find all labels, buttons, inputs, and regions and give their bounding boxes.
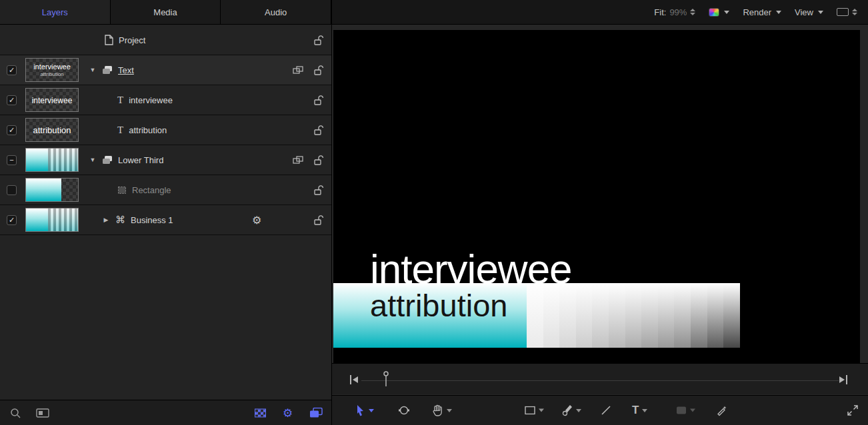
disclosure-triangle[interactable]: ▼: [89, 157, 97, 163]
banner-bar: [723, 283, 740, 348]
text-layer-icon: T: [117, 95, 123, 106]
layer-thumbnail: interviewee: [25, 88, 79, 112]
panel-tabbar: Layers Media Audio: [0, 0, 331, 25]
overlap-badge-icon[interactable]: [293, 156, 303, 164]
lock-icon[interactable]: [313, 35, 323, 45]
layer-thumbnail: [25, 178, 79, 202]
layer-row-text-group[interactable]: ✓ interviewee attribution ▼ Text: [0, 55, 331, 85]
canvas-frame[interactable]: interviewee attribution: [333, 30, 860, 363]
activate-checkbox[interactable]: ✓: [7, 215, 17, 225]
paint-stroke-tool[interactable]: [562, 404, 581, 416]
pan-hand-tool[interactable]: [432, 404, 452, 416]
layer-name[interactable]: Business 1: [131, 215, 173, 225]
transparency-checker-icon[interactable]: [255, 408, 266, 417]
rectangle-tool[interactable]: [525, 406, 544, 415]
activate-checkbox[interactable]: ✓: [7, 65, 17, 75]
canvas-toolbar: T: [332, 395, 868, 425]
lower-third-banner[interactable]: attribution: [333, 283, 740, 348]
lock-icon[interactable]: [313, 95, 323, 105]
disclosure-triangle[interactable]: ▼: [89, 67, 97, 73]
thumb-text: interviewee: [26, 63, 78, 71]
display-stepper[interactable]: [852, 9, 857, 15]
layer-name[interactable]: attribution: [129, 125, 167, 135]
layer-row-lower-third[interactable]: − ▼ Lower Third: [0, 145, 331, 175]
lock-icon[interactable]: [313, 155, 323, 165]
thumb-text: attribution: [26, 125, 78, 135]
check-icon: ✓: [9, 126, 15, 134]
banner-bar: [592, 283, 609, 348]
banner-bar: [527, 283, 543, 348]
tab-media[interactable]: Media: [111, 0, 221, 24]
layer-row-attribution[interactable]: ✓ attribution T attribution: [0, 115, 331, 145]
canvas-text-attribution[interactable]: attribution: [370, 290, 507, 321]
bezier-icon: [398, 404, 410, 416]
render-menu[interactable]: Render: [743, 7, 781, 17]
playhead-marker[interactable]: [383, 371, 389, 387]
banner-bar: [691, 283, 707, 348]
rectangle-shape-icon: [117, 186, 127, 195]
check-icon: ✓: [9, 96, 15, 104]
lock-icon[interactable]: [313, 214, 323, 225]
settings-gear-icon[interactable]: ⚙: [252, 214, 261, 226]
select-tool[interactable]: [355, 404, 374, 416]
banner-bar: [576, 283, 593, 348]
view-menu[interactable]: View: [795, 7, 823, 17]
disclosure-triangle[interactable]: ▶: [102, 216, 110, 223]
banner-bar: [609, 283, 625, 348]
banner-bar: [674, 283, 691, 348]
in-point-marker[interactable]: [349, 374, 359, 385]
layer-name[interactable]: Lower Third: [118, 155, 163, 165]
adjust-glyph-tool[interactable]: [716, 405, 727, 416]
out-point-marker[interactable]: [839, 374, 848, 385]
banner-bar: [707, 283, 724, 348]
display-control[interactable]: [837, 8, 857, 16]
filter-gear-icon[interactable]: ⚙: [283, 406, 293, 420]
check-icon: ✓: [9, 66, 15, 74]
color-channels-icon: [709, 8, 719, 17]
search-icon[interactable]: [9, 407, 21, 419]
activate-checkbox[interactable]: ✓: [7, 95, 17, 105]
layer-name[interactable]: interviewee: [129, 95, 173, 105]
text-tool[interactable]: T: [632, 404, 647, 417]
mask-tool[interactable]: [676, 406, 695, 415]
layers-panel-icon[interactable]: [309, 407, 323, 418]
banner-bars: [527, 283, 740, 348]
thumb-text: interviewee: [26, 96, 78, 105]
zoom-value: 99%: [669, 7, 687, 17]
mini-timeline[interactable]: [332, 363, 868, 394]
lock-icon[interactable]: [313, 185, 323, 195]
line-tool[interactable]: [601, 405, 611, 416]
tab-layers[interactable]: Layers: [0, 0, 111, 24]
line-icon: [601, 405, 611, 416]
banner-bar: [543, 283, 560, 348]
thumbnail-view-icon[interactable]: [36, 408, 49, 418]
banner-bar: [658, 283, 675, 348]
lock-icon[interactable]: [313, 125, 323, 135]
chevron-down-icon: [539, 409, 544, 412]
channels-control[interactable]: [709, 8, 729, 17]
layer-name[interactable]: Text: [118, 65, 134, 75]
banner-bar: [559, 283, 576, 348]
expand-arrows-icon[interactable]: [847, 404, 859, 416]
canvas-view: interviewee attribution: [332, 25, 868, 363]
activate-checkbox[interactable]: ✓: [7, 125, 17, 135]
chevron-down-icon: [690, 409, 695, 412]
activate-checkbox[interactable]: −: [7, 155, 17, 165]
layer-row-rectangle[interactable]: Rectangle: [0, 175, 331, 205]
activate-checkbox[interactable]: [7, 185, 17, 195]
layer-name: Project: [119, 35, 145, 45]
bezier-edit-tool[interactable]: [398, 404, 410, 416]
canvas-pane: Fit: 99% Render View int: [332, 0, 868, 425]
text-layer-icon: T: [117, 125, 123, 136]
arrow-cursor-icon: [355, 404, 365, 416]
lock-icon[interactable]: [313, 65, 323, 75]
overlap-badge-icon[interactable]: [293, 66, 303, 74]
tab-audio[interactable]: Audio: [221, 0, 331, 24]
layer-row-project[interactable]: Project: [0, 25, 331, 55]
layer-row-interviewee[interactable]: ✓ interviewee T interviewee: [0, 85, 331, 115]
zoom-stepper[interactable]: [690, 9, 695, 15]
fit-zoom-control[interactable]: Fit: 99%: [654, 7, 695, 17]
layer-row-business-1[interactable]: ✓ ▶ ⌘ Business 1 ⚙: [0, 205, 331, 235]
layer-name[interactable]: Rectangle: [132, 185, 171, 195]
chevron-down-icon: [447, 409, 452, 412]
